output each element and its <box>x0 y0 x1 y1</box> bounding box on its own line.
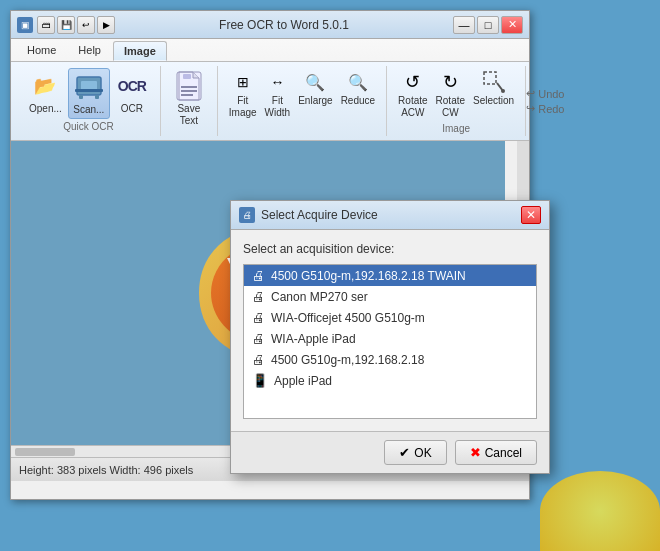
device-item-4[interactable]: 🖨 4500 G510g-m,192.168.2.18 <box>244 349 536 370</box>
redo-button[interactable]: ↪ Redo <box>526 102 564 115</box>
scroll-thumb-h[interactable] <box>15 448 75 456</box>
svg-rect-4 <box>95 95 99 99</box>
rotate-cw-icon: ↻ <box>438 70 462 94</box>
fit-image-button[interactable]: ⊞ FitImage <box>226 68 260 121</box>
image-group-label: Image <box>442 123 470 134</box>
device-icon-3: 🖨 <box>252 331 265 346</box>
ocr-label: OCR <box>121 103 143 115</box>
selection-icon <box>482 70 506 94</box>
minimize-button[interactable]: — <box>453 16 475 34</box>
selection-label: Selection <box>473 95 514 107</box>
ok-button[interactable]: ✔ OK <box>384 440 446 465</box>
rotate-cw-button[interactable]: ↻ RotateCW <box>433 68 468 121</box>
tab-home[interactable]: Home <box>17 41 66 61</box>
redo-label: Redo <box>538 103 564 115</box>
qs-more-btn[interactable]: ▶ <box>97 16 115 34</box>
fit-width-icon: ↔ <box>265 70 289 94</box>
qs-folder-btn[interactable]: 🗃 <box>37 16 55 34</box>
svg-rect-8 <box>181 86 197 88</box>
save-buttons: SaveText <box>169 68 209 129</box>
device-label-1: Canon MP270 ser <box>271 290 368 304</box>
qs-undo-btn[interactable]: ↩ <box>77 16 95 34</box>
tab-help[interactable]: Help <box>68 41 111 61</box>
dialog-prompt: Select an acquisition device: <box>243 242 537 256</box>
svg-rect-6 <box>181 90 197 92</box>
svg-rect-2 <box>75 89 103 92</box>
maximize-button[interactable]: □ <box>477 16 499 34</box>
redo-icon: ↪ <box>526 102 535 115</box>
save-text-button[interactable]: SaveText <box>169 68 209 129</box>
scan-icon <box>73 71 105 103</box>
enlarge-label: Enlarge <box>298 95 332 107</box>
device-item-5[interactable]: 📱 Apple iPad <box>244 370 536 391</box>
undo-icon: ↩ <box>526 87 535 100</box>
svg-rect-3 <box>79 95 83 99</box>
qs-save-btn[interactable]: 💾 <box>57 16 75 34</box>
tab-image[interactable]: Image <box>113 41 167 61</box>
app-title: Free OCR to Word 5.0.1 <box>115 18 453 32</box>
close-button[interactable]: ✕ <box>501 16 523 34</box>
dialog-title-text: Select Acquire Device <box>261 208 521 222</box>
device-item-0[interactable]: 🖨 4500 G510g-m,192.168.2.18 TWAIN <box>244 265 536 286</box>
device-list[interactable]: 🖨 4500 G510g-m,192.168.2.18 TWAIN 🖨 Cano… <box>243 264 537 419</box>
svg-rect-7 <box>181 94 193 96</box>
fit-width-button[interactable]: ↔ FitWidth <box>262 68 294 121</box>
enlarge-icon: 🔍 <box>303 70 327 94</box>
reduce-button[interactable]: 🔍 Reduce <box>338 68 378 109</box>
device-icon-4: 🖨 <box>252 352 265 367</box>
ribbon-tabs: Home Help Image <box>11 39 529 61</box>
ribbon-side-actions: ↩ Undo ↪ Redo <box>526 66 568 136</box>
fit-image-icon: ⊞ <box>231 70 255 94</box>
save-text-label: SaveText <box>177 103 200 127</box>
window-controls: — □ ✕ <box>453 16 523 34</box>
ribbon-group-view: ⊞ FitImage ↔ FitWidth 🔍 Enlarge 🔍 Reduce <box>218 66 387 136</box>
open-label: Open... <box>29 103 62 115</box>
reduce-icon: 🔍 <box>346 70 370 94</box>
rotate-acw-label: RotateACW <box>398 95 427 119</box>
ribbon: Home Help Image 📂 Open... <box>11 39 529 141</box>
device-label-3: WIA-Apple iPad <box>271 332 356 346</box>
device-icon-1: 🖨 <box>252 289 265 304</box>
cancel-button[interactable]: ✖ Cancel <box>455 440 537 465</box>
device-item-1[interactable]: 🖨 Canon MP270 ser <box>244 286 536 307</box>
open-button[interactable]: 📂 Open... <box>25 68 66 117</box>
device-icon-5: 📱 <box>252 373 268 388</box>
ribbon-content: 📂 Open... Sc <box>11 61 529 140</box>
dialog-icon: 🖨 <box>239 207 255 223</box>
ok-icon: ✔ <box>399 445 410 460</box>
quick-ocr-buttons: 📂 Open... Sc <box>25 68 152 119</box>
ribbon-group-save: SaveText <box>161 66 218 136</box>
device-label-4: 4500 G510g-m,192.168.2.18 <box>271 353 424 367</box>
ocr-button[interactable]: OCR OCR <box>112 68 152 117</box>
svg-rect-10 <box>484 72 496 84</box>
undo-button[interactable]: ↩ Undo <box>526 87 564 100</box>
ok-label: OK <box>414 446 431 460</box>
quick-access-toolbar: 🗃 💾 ↩ ▶ <box>37 16 115 34</box>
ocr-icon: OCR <box>116 70 148 102</box>
svg-point-12 <box>501 89 505 93</box>
dialog-title-bar: 🖨 Select Acquire Device ✕ <box>231 201 549 230</box>
selection-button[interactable]: Selection <box>470 68 517 109</box>
rotate-acw-icon: ↺ <box>401 70 425 94</box>
scan-button[interactable]: Scan... <box>68 68 110 119</box>
image-buttons: ↺ RotateACW ↻ RotateCW <box>395 68 517 121</box>
undo-label: Undo <box>538 88 564 100</box>
ribbon-group-image: ↺ RotateACW ↻ RotateCW <box>387 66 526 136</box>
enlarge-button[interactable]: 🔍 Enlarge <box>295 68 335 109</box>
open-icon: 📂 <box>29 70 61 102</box>
device-item-2[interactable]: 🖨 WIA-Officejet 4500 G510g-m <box>244 307 536 328</box>
app-icon: ▣ <box>17 17 33 33</box>
status-text: Height: 383 pixels Width: 496 pixels <box>19 464 193 476</box>
fit-image-label: FitImage <box>229 95 257 119</box>
rotate-acw-button[interactable]: ↺ RotateACW <box>395 68 430 121</box>
background-decoration <box>540 471 660 551</box>
device-icon-0: 🖨 <box>252 268 265 283</box>
device-icon-2: 🖨 <box>252 310 265 325</box>
view-buttons: ⊞ FitImage ↔ FitWidth 🔍 Enlarge 🔍 Reduce <box>226 68 378 121</box>
dialog-footer: ✔ OK ✖ Cancel <box>231 431 549 473</box>
save-text-icon <box>173 70 205 102</box>
dialog-close-button[interactable]: ✕ <box>521 206 541 224</box>
device-item-3[interactable]: 🖨 WIA-Apple iPad <box>244 328 536 349</box>
ribbon-group-quick-ocr: 📂 Open... Sc <box>17 66 161 136</box>
title-bar: ▣ 🗃 💾 ↩ ▶ Free OCR to Word 5.0.1 — □ ✕ <box>11 11 529 39</box>
